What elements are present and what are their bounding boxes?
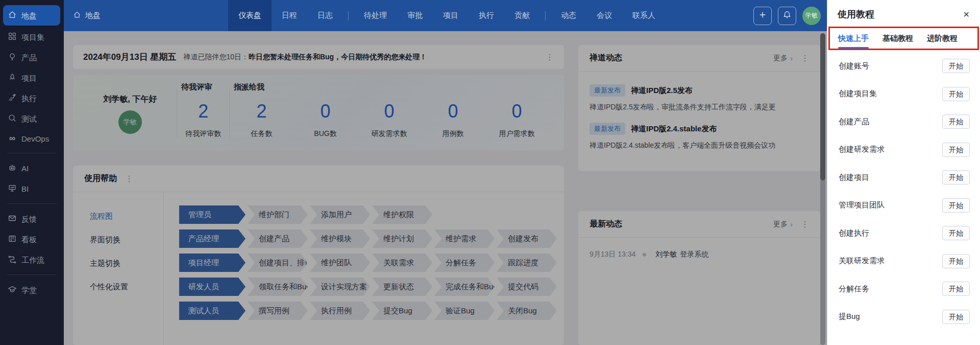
content-scrollbar[interactable]	[820, 33, 825, 345]
flow-step-chip[interactable]: 添加用户	[310, 205, 370, 224]
close-icon[interactable]: ✕	[963, 10, 970, 19]
sidebar-item-devops[interactable]: ∞ DevOps	[0, 129, 64, 148]
tutorial-label: 分解任务	[839, 284, 869, 294]
bell-icon	[782, 10, 792, 21]
start-button[interactable]: 开始	[942, 143, 970, 157]
nav-tab-approval[interactable]: 审批	[397, 0, 433, 31]
nav-tab-effort[interactable]: 日志	[307, 0, 343, 31]
stat-value[interactable]: 0	[320, 101, 330, 122]
start-button[interactable]: 开始	[942, 254, 970, 268]
nav-tab-dashboard[interactable]: 仪表盘	[228, 0, 272, 31]
flow-step-chip[interactable]: 关联需求	[372, 254, 432, 272]
tab-advanced-tutorial[interactable]: 进阶教程	[927, 34, 958, 49]
stat-value[interactable]: 0	[448, 101, 458, 122]
drawer-header: 使用教程 ✕	[827, 0, 980, 26]
sidebar-item-execution[interactable]: 执行	[0, 88, 64, 108]
latest-news-more-link[interactable]: 更多›	[773, 220, 793, 229]
news-item[interactable]: 最新发布 禅道IPD版2.5发布 禅道IPD版2.5发布啦，审批流条件支持工作流…	[590, 84, 809, 112]
sidebar: 地盘 项目集 产品 项目 执行 测试 ∞ DevOps AI	[0, 0, 64, 345]
flow-step-chip[interactable]: 关闭Bug	[497, 302, 557, 320]
sidebar-item-project[interactable]: 项目	[0, 67, 64, 88]
user-avatar[interactable]: 学敏	[802, 7, 821, 25]
nav-tab-contribution[interactable]: 贡献	[504, 0, 540, 31]
sidebar-item-kanban[interactable]: 看板	[0, 229, 64, 249]
create-button[interactable]	[753, 7, 772, 25]
navbar-home[interactable]: 地盘	[73, 11, 101, 20]
start-button[interactable]: 开始	[942, 198, 970, 213]
flow-step-chip[interactable]: 分解任务	[434, 254, 495, 272]
flow-step-chip[interactable]: 创建产品	[248, 229, 308, 248]
flow-step-chip[interactable]: 维护团队	[310, 254, 370, 272]
nav-tab-contacts[interactable]: 联系人	[622, 0, 666, 31]
stat-col-case: 0 用例数	[421, 82, 485, 145]
start-button[interactable]: 开始	[942, 170, 970, 185]
start-button[interactable]: 开始	[942, 87, 970, 101]
nav-tab-execution[interactable]: 执行	[469, 0, 504, 31]
tutorial-label: 创建账号	[839, 61, 869, 71]
start-button[interactable]: 开始	[942, 310, 970, 324]
release-badge: 最新发布	[590, 123, 625, 135]
flow-step-chip[interactable]: 完成任务和Bug	[434, 278, 495, 296]
tab-basic-tutorial[interactable]: 基础教程	[883, 34, 913, 49]
nav-tab-dynamic[interactable]: 动态	[551, 0, 586, 31]
flow-step-chip[interactable]: 跟踪进度	[497, 254, 557, 272]
stat-value[interactable]: 0	[511, 101, 522, 122]
flow-step-chip[interactable]: 领取任务和Bug	[248, 278, 308, 296]
stat-group-assigned: 指派给我 2 任务数 0 BUG数 0 研发需求数	[230, 82, 549, 145]
nav-tab-meeting[interactable]: 会议	[586, 0, 622, 31]
flow-step-chip[interactable]: 维护权限	[372, 205, 432, 224]
flow-step-chip[interactable]: 维护部门	[248, 205, 308, 224]
flow-step-chip[interactable]: 验证Bug	[434, 302, 495, 320]
stat-value[interactable]: 0	[384, 101, 394, 122]
sidebar-item-label: 看板	[21, 236, 37, 243]
zentao-news-more-link[interactable]: 更多›	[773, 54, 793, 63]
news-item-title[interactable]: 禅道IPD版2.4.stable发布	[631, 124, 717, 134]
news-item-title[interactable]: 禅道IPD版2.5发布	[631, 86, 693, 96]
news-item[interactable]: 最新发布 禅道IPD版2.4.stable发布 禅道IPD版2.4.stable…	[590, 123, 809, 150]
stat-label: 任务数	[251, 129, 273, 139]
sidebar-item-bi[interactable]: BI	[0, 178, 64, 199]
tab-quick-start[interactable]: 快速上手	[838, 34, 869, 49]
flow-step-chip[interactable]: 提交Bug	[372, 302, 432, 320]
flow-step-chip[interactable]: 创建项目、排计划	[248, 254, 308, 272]
sidebar-item-workflow[interactable]: 工作流	[0, 249, 64, 270]
sidebar-item-dashboard[interactable]: 地盘	[3, 5, 60, 26]
nav-tab-todo[interactable]: 待处理	[354, 0, 397, 31]
nav-tab-calendar[interactable]: 日程	[272, 0, 307, 31]
flow-step-chip[interactable]: 执行用例	[310, 302, 370, 320]
stat-value[interactable]: 2	[198, 101, 208, 122]
flow-step-chip[interactable]: 维护模块	[310, 229, 370, 248]
kebab-menu-icon[interactable]: ⋮	[801, 54, 809, 62]
sidebar-item-feedback[interactable]: 反馈	[0, 209, 64, 229]
sidebar-item-product[interactable]: 产品	[0, 47, 64, 67]
start-button[interactable]: 开始	[942, 226, 970, 240]
scrollbar-thumb[interactable]	[820, 33, 825, 180]
sidebar-item-test[interactable]: 测试	[0, 108, 64, 129]
kebab-menu-icon[interactable]: ⋮	[125, 175, 133, 183]
start-button[interactable]: 开始	[942, 282, 970, 296]
kebab-menu-icon[interactable]: ⋮	[546, 53, 554, 61]
sidebar-item-ai[interactable]: AI	[0, 158, 64, 178]
help-menu-personalization[interactable]: 个性化设置	[90, 282, 163, 292]
flow-step-chip[interactable]: 设计实现方案	[310, 278, 370, 296]
activity-user[interactable]: 刘学敏	[655, 250, 677, 259]
navbar-menu: 仪表盘 日程 日志 待处理 审批 项目 执行 贡献 动态 会议 联系人	[228, 0, 666, 31]
help-menu-flowchart[interactable]: 流程图	[90, 212, 163, 221]
flow-step-chip[interactable]: 维护计划	[372, 229, 432, 248]
sidebar-item-program[interactable]: 项目集	[0, 27, 64, 47]
help-menu-theme-switch[interactable]: 主题切换	[90, 259, 163, 268]
start-button[interactable]: 开始	[942, 59, 970, 73]
help-menu-ui-switch[interactable]: 界面切换	[90, 235, 163, 245]
flow-step-chip[interactable]: 撰写用例	[248, 302, 308, 320]
start-button[interactable]: 开始	[942, 114, 970, 129]
kebab-menu-icon[interactable]: ⋮	[801, 220, 809, 228]
flow-step-chip[interactable]: 创建发布	[497, 229, 557, 248]
chart-board-icon	[8, 183, 17, 194]
nav-tab-project[interactable]: 项目	[433, 0, 469, 31]
stat-value[interactable]: 2	[256, 101, 266, 122]
sidebar-item-school[interactable]: 学堂	[0, 280, 64, 300]
flow-step-chip[interactable]: 维护需求	[434, 229, 495, 248]
flow-step-chip[interactable]: 提交代码	[497, 278, 557, 296]
notifications-button[interactable]	[778, 7, 796, 25]
flow-step-chip[interactable]: 更新状态	[372, 278, 432, 296]
